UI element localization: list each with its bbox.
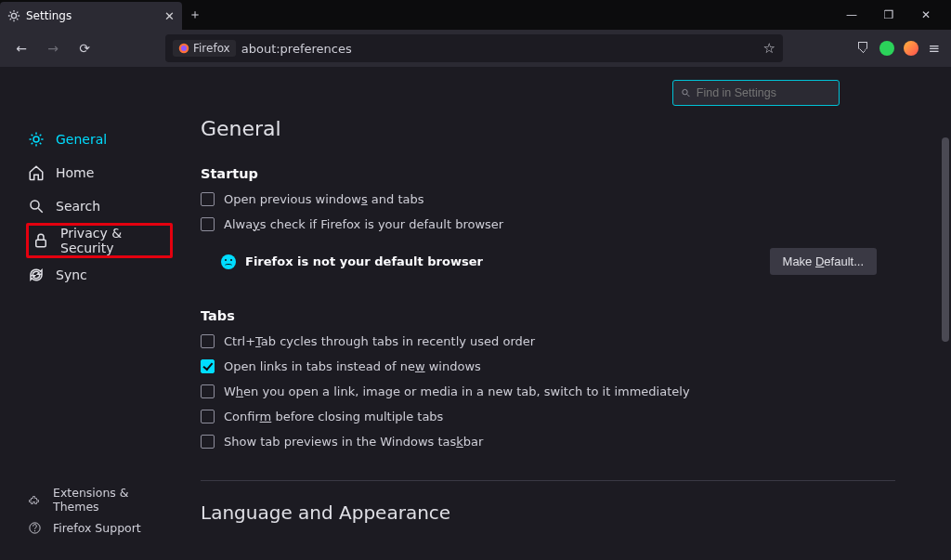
svg-line-5: [38, 208, 43, 213]
sidebar-item-label: Privacy & Security: [60, 226, 166, 255]
option-label: Show tab previews in the Windows taskbar: [224, 435, 483, 449]
close-window-button[interactable]: ✕: [914, 8, 938, 21]
url-bar[interactable]: Firefox about:preferences ☆: [165, 34, 783, 62]
browser-tab[interactable]: Settings ✕: [0, 2, 182, 30]
tabs-option[interactable]: Confirm before closing multiple tabs: [201, 410, 895, 423]
find-in-settings[interactable]: [672, 80, 840, 106]
startup-heading: Startup: [201, 166, 895, 181]
help-icon: [28, 521, 42, 535]
startup-option[interactable]: Open previous windows and tabs: [201, 192, 895, 206]
app-menu-button[interactable]: ≡: [928, 40, 940, 57]
sidebar-item-label: Extensions & Themes: [53, 486, 173, 514]
firefox-icon: [178, 43, 189, 54]
sidebar-item-label: Sync: [56, 267, 87, 282]
toolbar-addons: ⛉ ≡: [856, 40, 944, 57]
search-icon: [681, 87, 691, 98]
svg-point-2: [181, 46, 187, 51]
back-button[interactable]: ←: [7, 34, 35, 62]
checkbox[interactable]: [201, 384, 215, 398]
sidebar-item-privacy[interactable]: Privacy & Security: [26, 223, 173, 258]
content-area: General Home Search Privacy & Security S…: [0, 67, 951, 560]
firefox-badge: Firefox: [173, 40, 236, 57]
language-appearance-heading: Language and Appearance: [201, 480, 895, 524]
checkbox[interactable]: [201, 410, 215, 423]
new-tab-button[interactable]: ＋: [182, 2, 208, 28]
svg-point-3: [33, 137, 39, 142]
minimize-button[interactable]: —: [840, 8, 864, 21]
window-controls: — ❐ ✕: [840, 8, 951, 21]
option-label: Always check if Firefox is your default …: [224, 217, 503, 231]
svg-point-9: [683, 89, 687, 94]
option-label: Confirm before closing multiple tabs: [224, 410, 443, 423]
search-icon: [28, 198, 45, 215]
forward-button[interactable]: →: [39, 34, 67, 62]
tabs-option[interactable]: Ctrl+Tab cycles through tabs in recently…: [201, 334, 895, 348]
svg-line-10: [687, 94, 690, 97]
toolbar: ← → ⟳ Firefox about:preferences ☆ ⛉ ≡: [0, 30, 951, 67]
sidebar-item-general[interactable]: General: [26, 123, 173, 156]
sidebar-item-label: Search: [56, 199, 100, 214]
sidebar-item-label: Firefox Support: [53, 521, 141, 535]
svg-point-4: [31, 201, 39, 209]
sidebar-item-sync[interactable]: Sync: [26, 258, 173, 292]
startup-option[interactable]: Always check if Firefox is your default …: [201, 217, 895, 231]
checkbox[interactable]: [201, 334, 215, 348]
tabs-option[interactable]: When you open a link, image or media in …: [201, 384, 895, 398]
svg-rect-6: [36, 240, 46, 247]
gear-icon: [7, 9, 20, 22]
status-text: Firefox is not your default browser: [245, 254, 483, 268]
checkbox[interactable]: [201, 192, 215, 206]
sidebar-item-search[interactable]: Search: [26, 189, 173, 223]
reload-button[interactable]: ⟳: [71, 34, 98, 62]
maximize-button[interactable]: ❐: [877, 8, 901, 21]
default-browser-status: Firefox is not your default browser Make…: [201, 248, 895, 275]
scrollbar[interactable]: [942, 137, 949, 342]
tab-title: Settings: [26, 9, 72, 22]
checkbox[interactable]: [201, 435, 215, 449]
svg-point-0: [11, 13, 16, 18]
tabs-option[interactable]: Open links in tabs instead of new window…: [201, 359, 895, 373]
sidebar-item-extensions[interactable]: Extensions & Themes: [26, 486, 173, 514]
sidebar-bottom: Extensions & Themes Firefox Support: [26, 486, 173, 551]
lock-icon: [33, 232, 49, 249]
make-default-button[interactable]: Make Default...: [770, 248, 877, 275]
tabs-option[interactable]: Show tab previews in the Windows taskbar: [201, 435, 895, 449]
sidebar-item-label: General: [56, 132, 107, 147]
checkbox[interactable]: [201, 359, 215, 373]
puzzle-icon: [28, 493, 42, 507]
sync-icon: [28, 267, 45, 283]
tab-close-icon[interactable]: ✕: [164, 9, 175, 23]
addon-avatar-icon[interactable]: [904, 41, 918, 56]
pocket-icon[interactable]: ⛉: [856, 40, 870, 57]
addon-grammarly-icon[interactable]: [879, 41, 894, 56]
page-title: General: [201, 117, 895, 140]
sidebar: General Home Search Privacy & Security S…: [0, 67, 186, 560]
tabs-heading: Tabs: [201, 308, 895, 323]
main-panel: General Startup Open previous windows an…: [186, 67, 951, 560]
option-label: Open links in tabs instead of new window…: [224, 359, 481, 373]
option-label: When you open a link, image or media in …: [224, 384, 690, 398]
sidebar-item-support[interactable]: Firefox Support: [26, 514, 173, 541]
gear-icon: [28, 131, 45, 148]
url-text: about:preferences: [241, 42, 352, 56]
checkbox[interactable]: [201, 217, 215, 231]
sad-face-icon: [221, 254, 236, 269]
option-label: Ctrl+Tab cycles through tabs in recently…: [224, 334, 535, 348]
titlebar: Settings ✕ ＋ — ❐ ✕: [0, 0, 951, 30]
bookmark-star-icon[interactable]: ☆: [763, 40, 775, 57]
svg-point-8: [34, 530, 35, 531]
sidebar-item-home[interactable]: Home: [26, 156, 173, 189]
search-input[interactable]: [697, 86, 831, 99]
option-label: Open previous windows and tabs: [224, 192, 423, 206]
home-icon: [28, 164, 45, 181]
sidebar-item-label: Home: [56, 165, 94, 180]
